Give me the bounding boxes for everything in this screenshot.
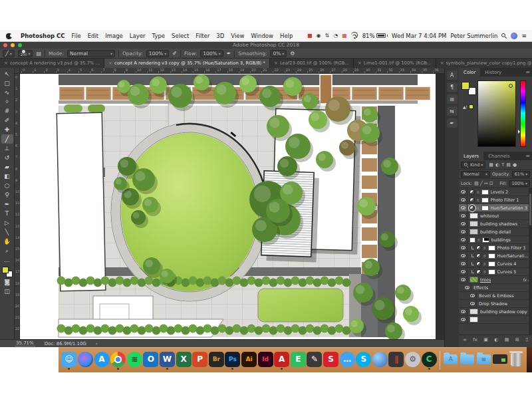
dock-parallels-icon[interactable]: ∥ — [388, 350, 404, 370]
layer-name[interactable]: Curves 5 — [497, 269, 517, 275]
layer-filter-icon[interactable]: ▦ — [489, 162, 493, 168]
add-mask-icon[interactable]: ▣ — [483, 337, 488, 342]
layers-scrollbar[interactable] — [529, 188, 532, 334]
move-tool[interactable]: ↖ — [1, 69, 13, 78]
notification-center-icon[interactable]: ≡ — [521, 33, 527, 39]
layer-row-curves-5[interactable]: 8Curves 5 — [459, 268, 532, 276]
adjustment-layer-icon[interactable] — [469, 205, 475, 211]
layer-name[interactable]: Hue/Saturati... — [497, 253, 529, 259]
document-tab-3[interactable]: ×Leaf23-001.tif @ 100% (RGB... — [270, 59, 354, 68]
layer-thumbnail[interactable] — [469, 213, 478, 219]
layer-visibility-toggle[interactable] — [459, 268, 467, 276]
group-button[interactable]: ▤ — [505, 337, 509, 342]
adjustment-layer-icon[interactable] — [476, 269, 481, 275]
dock-skype-icon[interactable]: S — [356, 350, 372, 370]
layer-visibility-toggle[interactable] — [459, 212, 467, 220]
dock-spotify-icon[interactable]: ≋ — [126, 350, 142, 370]
clone-stamp-tool[interactable]: ⊥ — [1, 144, 13, 153]
dock-sketchup-icon[interactable]: S — [323, 350, 339, 370]
layer-visibility-toggle[interactable] — [459, 276, 467, 284]
adjustment-layer-icon[interactable] — [476, 245, 481, 251]
wifi-icon[interactable] — [351, 33, 358, 39]
layer-name[interactable]: Levels 2 — [491, 190, 509, 195]
pressure-opacity-icon[interactable]: ✐ — [172, 51, 177, 57]
opacity-select[interactable]: 100%▾ — [146, 50, 169, 57]
line-tool[interactable]: ╲ — [1, 227, 13, 237]
dock-windows-folder-icon[interactable]: ⊞ — [475, 350, 491, 370]
layer-name[interactable]: building detail — [480, 229, 511, 235]
blur-tool[interactable]: ○ — [1, 181, 13, 190]
screen-record-icon[interactable]: ▦ — [342, 33, 347, 39]
layer-name[interactable]: Hue/Saturation 3 — [491, 205, 527, 211]
layer-name[interactable]: Photo Filter 3 — [497, 245, 526, 251]
tab-history[interactable]: History — [480, 68, 506, 76]
layer-row-partial[interactable] — [459, 316, 532, 324]
path-selection-tool[interactable]: ▷ — [1, 218, 13, 227]
menu-file[interactable]: File — [68, 33, 84, 39]
adjustment-layer-icon[interactable] — [476, 261, 481, 267]
properties-panel-icon[interactable]: ⇆ — [447, 106, 458, 116]
spotlight-icon[interactable] — [501, 33, 507, 39]
document-tab-5[interactable]: ×symbols_planview_color copy1.png @... — [436, 59, 532, 68]
dock-trash-icon[interactable] — [508, 350, 524, 370]
dock-documents-folder-icon[interactable] — [460, 350, 475, 370]
horizontal-ruler[interactable]: 0123456789101112131415161718192021222324… — [20, 68, 444, 74]
menu-select[interactable]: Select — [168, 33, 192, 39]
layer-thumbnail[interactable] — [469, 237, 475, 243]
type-tool[interactable]: T — [1, 209, 13, 218]
layer-thumbnail[interactable] — [469, 317, 478, 323]
adjustment-layer-icon[interactable] — [469, 190, 475, 195]
crop-tool[interactable]: # — [1, 106, 13, 116]
menu-window[interactable]: Window — [247, 33, 277, 39]
layer-name[interactable]: Photo Filter 1 — [491, 198, 519, 203]
layer-name[interactable]: trees — [480, 277, 491, 283]
layer-visibility-toggle[interactable] — [459, 252, 467, 260]
layer-name[interactable]: whiteout — [480, 213, 499, 219]
layer-name[interactable]: Drop Shadow — [479, 301, 507, 307]
tab-channels[interactable]: Channels — [483, 152, 514, 160]
menu-image[interactable]: Image — [102, 33, 126, 39]
canvas-area[interactable] — [20, 74, 444, 339]
layer-filter-icon[interactable]: ● — [513, 162, 517, 168]
layer-mask-thumbnail[interactable] — [481, 205, 489, 211]
layer-lock-icon[interactable]: ↔ — [484, 181, 488, 186]
lasso-tool[interactable]: ∿ — [1, 88, 13, 97]
dock-siri-icon[interactable] — [78, 350, 94, 370]
layer-visibility-toggle[interactable] — [459, 188, 467, 196]
foreground-background-swatches[interactable] — [1, 267, 13, 277]
smoothing-select[interactable]: 0%▾ — [270, 50, 287, 57]
close-tab-icon[interactable]: × — [358, 61, 362, 66]
layer-thumbnail[interactable] — [469, 277, 478, 283]
dock-finder-icon[interactable]: ☺ — [61, 350, 77, 370]
layer-visibility-toggle[interactable] — [459, 244, 467, 252]
dock-bridge-icon[interactable]: Br — [208, 350, 224, 370]
zoom-tool[interactable]: ⌕ — [1, 246, 13, 255]
layer-mask-thumbnail[interactable] — [488, 261, 495, 267]
layer-row-trees[interactable]: treesfx∧ — [459, 276, 532, 284]
layer-row-drop-shadow[interactable]: Drop Shadow — [459, 300, 532, 308]
menu-3d[interactable]: 3D — [213, 33, 227, 39]
adjustment-layer-button[interactable]: ◐ — [494, 337, 498, 342]
gamut-warning-icon[interactable]: ▲! — [463, 104, 473, 109]
close-tab-icon[interactable]: × — [440, 61, 444, 66]
layer-lock-icon[interactable]: ▨ — [474, 181, 479, 186]
layer-thumbnail[interactable] — [469, 309, 478, 315]
layer-opacity-select[interactable]: 61%▾ — [512, 171, 530, 178]
layer-row-photo-filter-3[interactable]: 8Photo Filter 3 — [459, 244, 532, 252]
layer-name[interactable]: building shadow copy 100 — [480, 309, 531, 315]
dock-outlook-icon[interactable]: O — [143, 350, 159, 370]
blend-mode-select[interactable]: Normal▾ — [461, 171, 490, 178]
gradient-tool[interactable]: ◧ — [1, 172, 13, 181]
layer-fill-select[interactable]: 100%▾ — [509, 180, 530, 187]
layer-mask-thumbnail[interactable] — [482, 237, 489, 243]
brush-preset-picker[interactable]: 200 ▾ — [18, 50, 33, 57]
adjustment-layer-icon[interactable] — [469, 198, 475, 203]
airbrush-icon[interactable]: ✒ — [227, 51, 231, 57]
dock-app-store-icon[interactable]: A — [94, 350, 110, 370]
dock-evernote-icon[interactable]: E — [291, 350, 307, 370]
pen-tool[interactable]: ✒ — [1, 200, 13, 209]
paragraph-panel-icon[interactable]: ¶ — [447, 82, 458, 92]
adjustment-layer-icon[interactable] — [476, 253, 481, 259]
layer-row-hue-saturati-[interactable]: 8Hue/Saturati... — [459, 252, 532, 260]
zoom-level-field[interactable]: 35.71% — [15, 340, 35, 346]
